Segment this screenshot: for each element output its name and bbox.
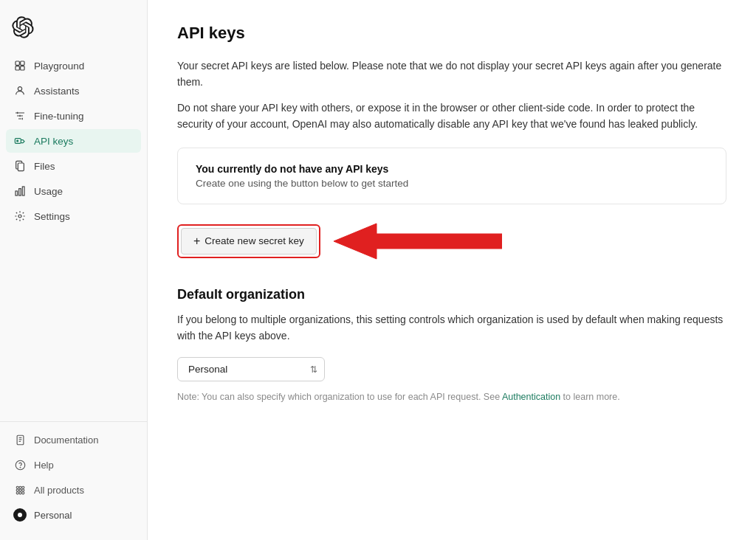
logo: [0, 9, 147, 54]
sidebar-nav: Playground Assistants Fine-tuning: [0, 54, 147, 421]
svg-rect-1: [21, 61, 24, 65]
sidebar-item-all-products[interactable]: All products: [6, 478, 141, 502]
sidebar-item-label: API keys: [34, 136, 73, 147]
svg-rect-2: [16, 66, 19, 70]
create-secret-key-button[interactable]: + Create new secret key: [181, 228, 317, 255]
sidebar-item-label: Documentation: [34, 435, 98, 446]
svg-rect-11: [22, 187, 24, 195]
authentication-link[interactable]: Authentication: [502, 392, 560, 402]
svg-point-27: [21, 491, 24, 494]
svg-rect-8: [18, 163, 24, 171]
sidebar-item-label: Fine-tuning: [34, 111, 84, 122]
sidebar: Playground Assistants Fine-tuning: [0, 0, 148, 540]
openai-logo-icon: [12, 16, 34, 38]
svg-point-18: [20, 467, 21, 468]
help-icon: [13, 458, 27, 471]
user-section[interactable]: Personal: [6, 503, 141, 527]
fine-tuning-icon: [13, 109, 27, 122]
user-avatar-icon: [13, 508, 27, 522]
sidebar-item-label: Assistants: [34, 86, 80, 97]
plus-icon: +: [193, 235, 200, 248]
svg-rect-13: [17, 435, 24, 445]
svg-rect-10: [19, 189, 21, 195]
default-org-description: If you belong to multiple organizations,…: [177, 311, 726, 345]
sidebar-item-playground[interactable]: Playground: [6, 54, 141, 77]
documentation-icon: [13, 433, 27, 446]
svg-point-25: [16, 491, 18, 494]
note-text: Note: You can also specify which organiz…: [177, 392, 726, 402]
red-arrow-annotation: [332, 222, 502, 260]
note-suffix: to learn more.: [560, 392, 620, 402]
svg-point-20: [18, 486, 21, 488]
org-select-wrapper: Personal Organization 1 ⇅: [177, 357, 325, 381]
files-icon: [13, 159, 27, 173]
create-key-section: + Create new secret key: [177, 222, 726, 260]
svg-rect-9: [16, 191, 18, 195]
empty-state-box: You currently do not have any API keys C…: [177, 148, 726, 204]
empty-state-title: You currently do not have any API keys: [196, 163, 708, 175]
sidebar-item-label: Settings: [34, 211, 70, 222]
description-para-2: Do not share your API key with others, o…: [177, 100, 726, 133]
sidebar-item-api-keys[interactable]: API keys: [6, 129, 141, 153]
settings-icon: [13, 210, 27, 223]
svg-point-21: [21, 486, 24, 488]
page-title: API keys: [177, 24, 726, 43]
sidebar-item-label: Usage: [34, 186, 63, 197]
playground-icon: [13, 59, 27, 72]
sidebar-item-label: Files: [34, 161, 55, 172]
sidebar-item-assistants[interactable]: Assistants: [6, 79, 141, 103]
create-key-label: Create new secret key: [205, 235, 303, 246]
svg-marker-28: [334, 224, 502, 259]
usage-icon: [13, 184, 27, 198]
svg-point-24: [21, 488, 24, 491]
sidebar-item-files[interactable]: Files: [6, 154, 141, 178]
sidebar-item-help[interactable]: Help: [6, 453, 141, 477]
sidebar-item-usage[interactable]: Usage: [6, 179, 141, 203]
svg-point-6: [17, 140, 18, 142]
sidebar-item-fine-tuning[interactable]: Fine-tuning: [6, 104, 141, 128]
arrow-svg: [332, 222, 502, 260]
svg-rect-3: [21, 66, 24, 70]
svg-point-19: [16, 486, 18, 488]
sidebar-item-settings[interactable]: Settings: [6, 204, 141, 228]
sidebar-item-label: Help: [34, 460, 54, 471]
all-products-icon: [13, 483, 27, 496]
api-keys-icon: [13, 134, 27, 148]
svg-point-4: [18, 87, 21, 91]
sidebar-bottom: Documentation Help: [0, 421, 147, 531]
user-label: Personal: [34, 510, 72, 521]
svg-point-26: [18, 491, 21, 494]
svg-point-17: [16, 460, 25, 470]
assistants-icon: [13, 84, 27, 97]
empty-state-subtitle: Create one using the button below to get…: [196, 178, 708, 189]
svg-point-23: [18, 488, 21, 491]
note-prefix: Note: You can also specify which organiz…: [177, 392, 502, 402]
main-content: API keys Your secret API keys are listed…: [148, 0, 756, 540]
create-key-highlight-border: + Create new secret key: [177, 224, 320, 258]
svg-rect-0: [16, 61, 19, 65]
description-block: Your secret API keys are listed below. P…: [177, 58, 726, 133]
description-para-1: Your secret API keys are listed below. P…: [177, 58, 726, 91]
svg-point-12: [18, 215, 21, 218]
default-org-title: Default organization: [177, 287, 726, 302]
org-select[interactable]: Personal Organization 1: [177, 357, 325, 381]
sidebar-item-label: All products: [34, 485, 84, 496]
sidebar-item-label: Playground: [34, 60, 84, 72]
sidebar-item-documentation[interactable]: Documentation: [6, 428, 141, 451]
svg-point-22: [16, 488, 18, 491]
